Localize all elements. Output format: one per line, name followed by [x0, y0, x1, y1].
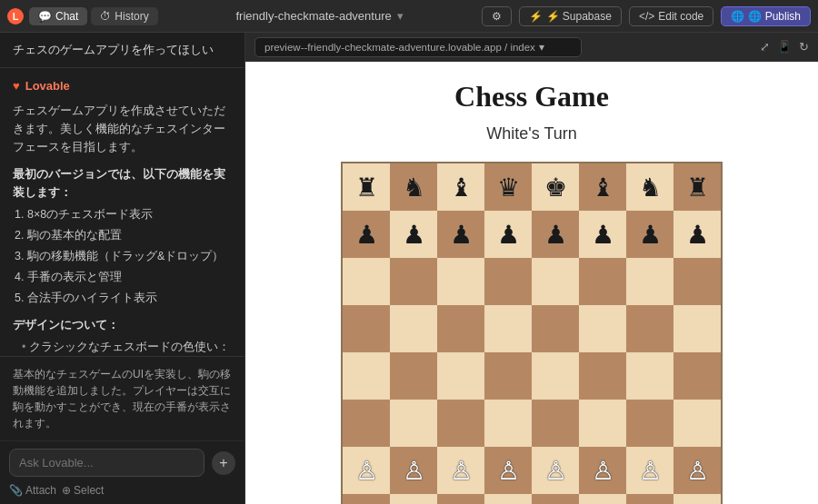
history-tab[interactable]: ⏱ History [91, 7, 157, 25]
chess-cell[interactable]: ♟ [579, 211, 626, 258]
publish-button[interactable]: 🌐 🌐 Publish [721, 6, 811, 26]
chess-cell[interactable]: ♞ [390, 163, 437, 211]
chess-cell[interactable] [626, 305, 673, 352]
chess-cell[interactable]: ♖ [343, 494, 390, 504]
chess-cell[interactable] [343, 305, 390, 352]
edit-code-button[interactable]: </> Edit code [629, 6, 713, 26]
chess-cell[interactable]: ♙ [673, 447, 721, 494]
chess-cell[interactable]: ♕ [484, 494, 532, 504]
sidebar-footer: 基本的なチェスゲームのUIを実装し、駒の移動機能を追加しました。プレイヤーは交互… [0, 356, 244, 504]
topbar: L 💬 Chat ⏱ History friendly-checkmate-ad… [0, 0, 818, 33]
chess-cell[interactable] [390, 352, 437, 400]
chess-piece: ♟ [686, 220, 709, 250]
mobile-view-icon[interactable]: 📱 [777, 40, 792, 54]
sidebar-bottom-text: 基本的なチェスゲームのUIを実装し、駒の移動機能を追加しました。プレイヤーは交互… [0, 357, 244, 441]
chess-cell[interactable] [532, 400, 579, 447]
chess-cell[interactable]: ♘ [390, 494, 437, 504]
chat-tab[interactable]: 💬 Chat [29, 7, 87, 25]
chess-cell[interactable] [437, 258, 484, 305]
chess-cell[interactable] [390, 258, 437, 305]
chat-icon: 💬 [38, 10, 52, 23]
chess-cell[interactable] [673, 258, 721, 305]
chess-piece: ♟ [403, 220, 425, 250]
chess-piece: ♙ [544, 456, 567, 486]
chess-cell[interactable] [673, 400, 721, 447]
chess-cell[interactable]: ♙ [390, 447, 437, 494]
chess-cell[interactable]: ♝ [437, 163, 484, 211]
chess-cell[interactable]: ♜ [343, 163, 390, 211]
chess-cell[interactable] [579, 400, 626, 447]
chess-cell[interactable] [484, 400, 532, 447]
chess-cell[interactable]: ♘ [626, 494, 673, 504]
chess-cell[interactable]: ♖ [673, 494, 721, 504]
app-logo: L [7, 8, 24, 25]
chess-cell[interactable]: ♗ [579, 494, 626, 504]
chess-cell[interactable]: ♙ [532, 447, 579, 494]
chess-cell[interactable] [343, 400, 390, 447]
chess-cell[interactable]: ♚ [532, 163, 579, 211]
lovable-label: ♥ Lovable [13, 77, 232, 96]
chess-piece: ♙ [686, 456, 709, 486]
chess-cell[interactable] [626, 258, 673, 305]
chess-cell[interactable]: ♟ [626, 211, 673, 258]
chess-cell[interactable] [532, 258, 579, 305]
chess-cell[interactable]: ♟ [390, 211, 437, 258]
chess-cell[interactable] [673, 352, 721, 400]
chess-cell[interactable] [484, 305, 532, 352]
chess-piece: ♚ [544, 173, 567, 203]
chess-cell[interactable] [626, 352, 673, 400]
chess-cell[interactable] [390, 305, 437, 352]
supabase-button[interactable]: ⚡ ⚡ Supabase [519, 6, 622, 26]
chat-intro: チェスゲームアプリを作成させていただきます。美しく機能的なチェスインターフェース… [13, 102, 232, 156]
chess-cell[interactable] [532, 305, 579, 352]
chess-cell[interactable]: ♙ [484, 447, 532, 494]
cursor-icon: ⊕ [62, 484, 71, 497]
chess-cell[interactable]: ♟ [673, 211, 721, 258]
chess-cell[interactable]: ♞ [626, 163, 673, 211]
chess-cell[interactable] [343, 352, 390, 400]
chess-piece: ♝ [592, 173, 614, 203]
select-button[interactable]: ⊕ Select [62, 484, 104, 497]
add-button[interactable]: + [212, 451, 235, 475]
external-link-icon[interactable]: ⤢ [760, 40, 770, 54]
chess-cell[interactable]: ♙ [626, 447, 673, 494]
chess-cell[interactable]: ♟ [437, 211, 484, 258]
chess-cell[interactable]: ♟ [343, 211, 390, 258]
chess-cell[interactable]: ♟ [484, 211, 532, 258]
chess-cell[interactable] [437, 352, 484, 400]
attach-buttons: 📎 Attach ⊕ Select [0, 484, 244, 504]
refresh-icon[interactable]: ↻ [799, 40, 809, 54]
chess-cell[interactable]: ♟ [532, 211, 579, 258]
chess-cell[interactable] [579, 352, 626, 400]
chess-cell[interactable]: ♔ [532, 494, 579, 504]
chess-cell[interactable]: ♙ [579, 447, 626, 494]
chess-cell[interactable] [484, 352, 532, 400]
chess-cell[interactable] [532, 352, 579, 400]
attach-button[interactable]: 📎 Attach [9, 484, 56, 497]
ask-input[interactable] [9, 449, 204, 477]
chess-cell[interactable] [579, 258, 626, 305]
chess-cell[interactable] [437, 305, 484, 352]
chess-piece: ♟ [355, 220, 378, 250]
chess-cell[interactable]: ♜ [673, 163, 721, 211]
chess-piece: ♜ [686, 173, 709, 203]
chess-cell[interactable]: ♛ [484, 163, 532, 211]
main-area: チェスのゲームアプリを作ってほしい ♥ Lovable チェスゲームアプリを作成… [0, 33, 818, 504]
chess-cell[interactable] [673, 305, 721, 352]
chess-cell[interactable] [343, 258, 390, 305]
chess-piece: ♞ [639, 173, 662, 203]
chess-cell[interactable] [437, 400, 484, 447]
chess-cell[interactable] [390, 400, 437, 447]
chess-cell[interactable] [626, 400, 673, 447]
chess-cell[interactable] [484, 258, 532, 305]
chess-cell[interactable]: ♙ [343, 447, 390, 494]
gear-button[interactable]: ⚙ [482, 6, 512, 26]
chess-cell[interactable]: ♙ [437, 447, 484, 494]
design-title: デザインについて： [13, 316, 232, 334]
chess-cell[interactable]: ♗ [437, 494, 484, 504]
chess-cell[interactable]: ♝ [579, 163, 626, 211]
list-item: 手番の表示と管理 [27, 268, 232, 286]
chess-cell[interactable] [579, 305, 626, 352]
features-title: 最初のバージョンでは、以下の機能を実装します： [13, 165, 232, 202]
chess-piece: ♛ [497, 173, 520, 203]
